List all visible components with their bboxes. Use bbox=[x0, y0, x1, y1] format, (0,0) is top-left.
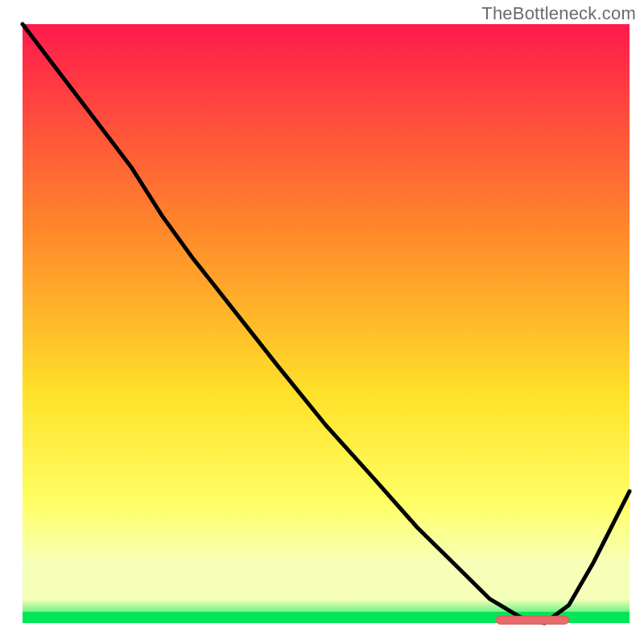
gradient-background bbox=[23, 24, 630, 623]
optimal-marker bbox=[496, 616, 569, 624]
chart-frame: { "attribution": "TheBottleneck.com", "c… bbox=[0, 0, 644, 644]
bottleneck-chart bbox=[0, 0, 644, 644]
plot-area bbox=[23, 24, 630, 624]
